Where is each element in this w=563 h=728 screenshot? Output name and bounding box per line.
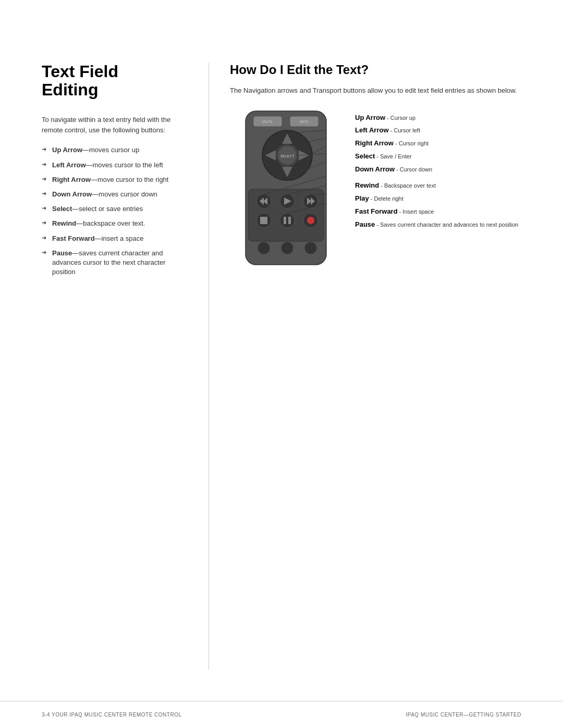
svg-point-24 (280, 213, 295, 228)
footer-right: iPAQ Music Center—Getting Started (406, 712, 521, 718)
svg-point-28 (307, 217, 314, 224)
label-item-4: Down Arrow - Cursor down (355, 165, 521, 174)
bullet-item-0: Up Arrow—moves cursor up (42, 145, 188, 155)
bullet-item-1: Left Arrow—moves cursor to the left (42, 161, 188, 170)
page-title: Text Field Editing (42, 63, 188, 99)
label-item-7: Fast Forward - Insert space (355, 207, 521, 216)
svg-point-29 (258, 242, 270, 254)
svg-rect-25 (284, 217, 286, 224)
svg-rect-23 (260, 217, 267, 224)
page: Text Field Editing To navigate within a … (0, 0, 563, 728)
svg-text:SELECT: SELECT (280, 154, 295, 158)
remote-container: MUTE INFO (230, 108, 345, 272)
footer-left: 3-4 Your iPAQ Music Center Remote Contro… (42, 712, 182, 718)
svg-text:INFO: INFO (300, 120, 309, 124)
footer: 3-4 Your iPAQ Music Center Remote Contro… (0, 701, 563, 728)
labels-container: Up Arrow - Cursor upLeft Arrow - Cursor … (345, 108, 521, 231)
label-item-3: Select - Save / Enter (355, 152, 521, 161)
svg-rect-26 (288, 217, 291, 224)
bullet-item-4: Select—select or save entries (42, 204, 188, 214)
svg-point-31 (304, 242, 317, 254)
bullet-item-2: Right Arrow—move cursor to the right (42, 175, 188, 184)
section-title: How Do I Edit the Text? (230, 63, 521, 77)
content-area: Text Field Editing To navigate within a … (0, 0, 563, 701)
bullet-item-7: Pause—saves current character and advanc… (42, 249, 188, 277)
label-item-0: Up Arrow - Cursor up (355, 114, 521, 122)
label-item-5: Rewind - Backspace over text (355, 181, 521, 190)
bullet-item-5: Rewind—backspace over text. (42, 219, 188, 228)
intro-text: To navigate within a text entry field wi… (42, 115, 188, 135)
bullet-item-3: Down Arrow—moves cursor down (42, 190, 188, 199)
label-item-1: Left Arrow - Cursor left (355, 126, 521, 135)
label-item-8: Pause - Saves current character and adva… (355, 220, 521, 229)
bullet-list: Up Arrow—moves cursor upLeft Arrow—moves… (42, 145, 188, 277)
left-column: Text Field Editing To navigate within a … (42, 63, 188, 670)
label-item-2: Right Arrow - Cursor right (355, 139, 521, 148)
svg-point-30 (281, 242, 293, 254)
right-column: How Do I Edit the Text? The Navigation a… (230, 63, 521, 670)
svg-text:MUTE: MUTE (262, 120, 273, 124)
label-item-6: Play - Delete right (355, 194, 521, 203)
section-intro: The Navigation arrows and Transport butt… (230, 85, 521, 96)
diagram-area: MUTE INFO (230, 108, 521, 272)
bullet-item-6: Fast Forward—insert a space (42, 234, 188, 243)
column-divider (209, 63, 209, 670)
remote-svg: MUTE INFO (230, 108, 345, 270)
